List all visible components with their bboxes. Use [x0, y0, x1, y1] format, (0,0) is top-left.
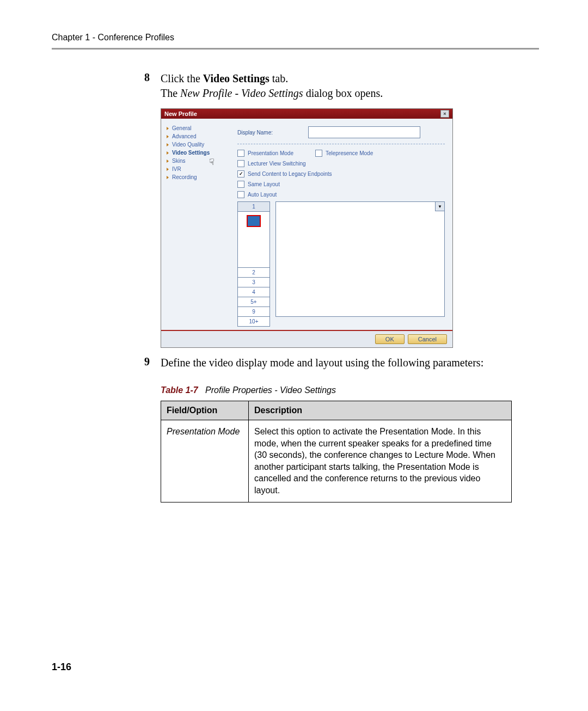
cancel-button[interactable]: Cancel	[408, 334, 447, 344]
table-caption: Table 1-7 Profile Properties - Video Set…	[161, 385, 539, 395]
close-icon[interactable]: ×	[440, 110, 449, 118]
text: Click the	[161, 72, 203, 84]
header-description: Description	[249, 401, 512, 420]
cell-field: Presentation Mode	[161, 420, 249, 502]
step-body: Define the video display mode and layout…	[161, 356, 483, 370]
legacy-endpoints-checkbox[interactable]: Send Content to Legacy Endpoints	[237, 170, 332, 177]
layout-thumb-icon	[247, 215, 261, 227]
checkbox-icon	[237, 170, 244, 177]
dialog-nav: General Advanced Video Quality Video Set…	[161, 119, 230, 330]
checkbox-label: Auto Layout	[248, 192, 277, 198]
cell-description: Select this option to activate the Prese…	[249, 420, 512, 502]
checkbox-icon	[237, 150, 244, 157]
table-number: Table 1-7	[161, 385, 198, 395]
checkbox-icon	[315, 150, 322, 157]
nav-skins[interactable]: Skins	[167, 157, 228, 165]
step-number: 8	[144, 71, 161, 101]
layout-tab-3[interactable]: 3	[238, 277, 270, 287]
lecturer-view-checkbox[interactable]: Lecturer View Switching	[237, 160, 306, 167]
layout-thumbnail[interactable]	[238, 212, 270, 267]
dialog-title: New Profile	[164, 111, 197, 117]
nav-video-quality[interactable]: Video Quality	[167, 140, 228, 149]
layout-tab-9[interactable]: 9	[238, 307, 270, 316]
display-name-label: Display Name:	[237, 130, 303, 136]
auto-layout-checkbox[interactable]: Auto Layout	[237, 191, 277, 198]
layout-tab-4[interactable]: 4	[238, 287, 270, 297]
dialog-figure: New Profile × General Advanced Video Qua…	[161, 108, 539, 348]
nav-general[interactable]: General	[167, 124, 228, 132]
dialog-titlebar: New Profile ×	[161, 109, 452, 119]
checkbox-label: Presentation Mode	[248, 150, 293, 156]
chevron-down-icon[interactable]: ▼	[435, 202, 444, 211]
properties-table: Field/Option Description Presentation Mo…	[161, 401, 512, 502]
checkbox-label: Telepresence Mode	[326, 150, 373, 156]
nav-ivr[interactable]: IVR	[167, 165, 228, 173]
display-name-input[interactable]	[308, 126, 420, 138]
checkbox-icon	[237, 160, 244, 167]
layout-tab-10p[interactable]: 10+	[238, 316, 270, 326]
nav-advanced[interactable]: Advanced	[167, 132, 228, 140]
checkbox-label: Same Layout	[248, 181, 280, 187]
layout-tab-1[interactable]: 1	[238, 202, 270, 212]
checkbox-label: Lecturer View Switching	[248, 161, 306, 167]
italic-text: New Profile - Video Settings	[180, 87, 303, 99]
ok-button[interactable]: OK	[375, 334, 405, 344]
layout-tab-2[interactable]: 2	[238, 267, 270, 277]
layout-tab-5p[interactable]: 5+	[238, 297, 270, 307]
step-number: 9	[144, 356, 161, 370]
header-field-option: Field/Option	[161, 401, 249, 420]
new-profile-dialog: New Profile × General Advanced Video Qua…	[161, 108, 453, 348]
header-divider	[52, 48, 539, 50]
pointer-cursor-icon: ☟	[209, 157, 215, 167]
step-body: Click the Video Settings tab. The New Pr…	[161, 71, 383, 101]
layout-preview-list[interactable]: ▼	[275, 201, 445, 317]
bold-text: Video Settings	[203, 72, 270, 84]
text: dialog box opens.	[303, 87, 383, 99]
table-row: Presentation Mode Select this option to …	[161, 420, 512, 502]
telepresence-mode-checkbox[interactable]: Telepresence Mode	[315, 150, 373, 157]
step-8: 8 Click the Video Settings tab. The New …	[144, 71, 539, 101]
presentation-mode-checkbox[interactable]: Presentation Mode	[237, 150, 293, 157]
dialog-main: Display Name: Presentation Mode Telepres…	[230, 119, 452, 330]
text: The	[161, 87, 180, 99]
checkbox-label: Send Content to Legacy Endpoints	[248, 171, 332, 177]
nav-video-settings[interactable]: Video Settings	[167, 149, 228, 157]
table-title: Profile Properties - Video Settings	[205, 385, 336, 395]
step-9: 9 Define the video display mode and layo…	[144, 356, 539, 370]
checkbox-icon	[237, 191, 244, 198]
checkbox-icon	[237, 181, 244, 188]
dialog-footer: OK Cancel	[161, 330, 452, 347]
chapter-header: Chapter 1 - Conference Profiles	[52, 33, 539, 42]
layout-tabs: 1 2 3 4 5+ 9 10+	[237, 201, 270, 327]
text: tab.	[270, 72, 288, 84]
page-number: 1-16	[52, 661, 71, 673]
nav-recording[interactable]: Recording	[167, 173, 228, 181]
same-layout-checkbox[interactable]: Same Layout	[237, 181, 280, 188]
